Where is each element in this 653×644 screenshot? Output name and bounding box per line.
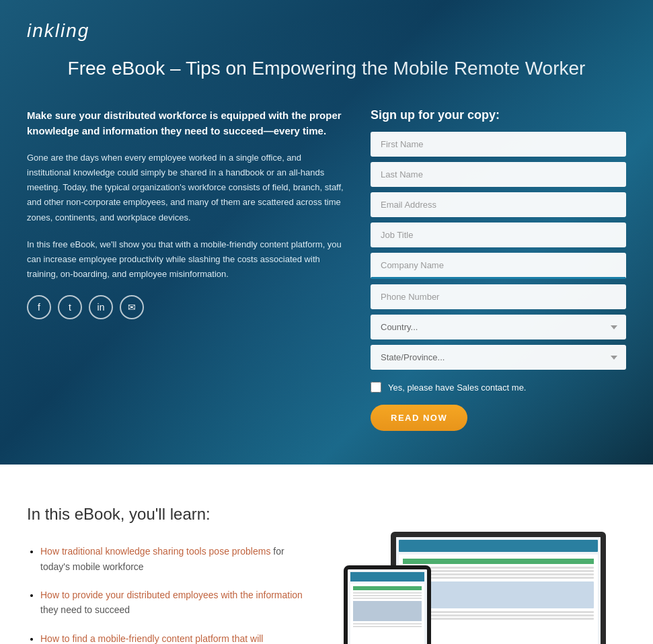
signup-form-container: Sign up for your copy: Country... State/… bbox=[371, 108, 626, 431]
email-input[interactable] bbox=[371, 192, 626, 217]
first-name-input[interactable] bbox=[371, 132, 626, 157]
logo: inkling bbox=[27, 20, 626, 42]
list-item: How traditional knowledge sharing tools … bbox=[40, 544, 303, 574]
country-select[interactable]: Country... bbox=[371, 315, 626, 339]
email-icon[interactable]: ✉ bbox=[120, 295, 144, 319]
facebook-icon[interactable]: f bbox=[27, 295, 51, 319]
linkedin-icon[interactable]: in bbox=[89, 295, 113, 319]
page-title: Free eBook – Tips on Empowering the Mobi… bbox=[27, 55, 626, 81]
lower-section: In this eBook, you'll learn: How traditi… bbox=[0, 465, 653, 644]
body-text-1: Gone are the days when every employee wo… bbox=[27, 151, 344, 225]
twitter-icon[interactable]: t bbox=[58, 295, 82, 319]
learn-title: In this eBook, you'll learn: bbox=[27, 505, 303, 524]
sales-contact-row: Yes, please have Sales contact me. bbox=[371, 382, 626, 393]
tablet-device bbox=[344, 565, 431, 644]
device-mockup bbox=[344, 505, 626, 644]
company-name-input[interactable] bbox=[371, 253, 626, 279]
list-item-link-2[interactable]: How to provide your distributed employee… bbox=[40, 590, 303, 600]
hero-section: inkling Free eBook – Tips on Empowering … bbox=[0, 0, 653, 465]
state-select[interactable]: State/Province... bbox=[371, 345, 626, 370]
social-icons-row: f t in ✉ bbox=[27, 295, 344, 319]
list-item-text-2: they need to succeed bbox=[40, 604, 130, 615]
form-title: Sign up for your copy: bbox=[371, 108, 626, 122]
read-now-button[interactable]: READ NOW bbox=[371, 405, 467, 431]
list-item: How to find a mobile-friendly content pl… bbox=[40, 631, 303, 644]
learn-left-column: In this eBook, you'll learn: How traditi… bbox=[27, 505, 303, 644]
phone-number-input[interactable] bbox=[371, 284, 626, 309]
lead-text: Make sure your distributed workforce is … bbox=[27, 108, 344, 138]
list-item: How to provide your distributed employee… bbox=[40, 588, 303, 618]
learn-list: How traditional knowledge sharing tools … bbox=[27, 544, 303, 644]
sales-contact-label: Yes, please have Sales contact me. bbox=[388, 383, 526, 393]
job-title-input[interactable] bbox=[371, 223, 626, 247]
hero-left-column: Make sure your distributed workforce is … bbox=[27, 108, 344, 319]
last-name-input[interactable] bbox=[371, 162, 626, 187]
list-item-link-3[interactable]: How to find a mobile-friendly content pl… bbox=[40, 633, 263, 644]
sales-contact-checkbox[interactable] bbox=[371, 382, 381, 393]
body-text-2: In this free eBook, we'll show you that … bbox=[27, 237, 344, 282]
list-item-link-1[interactable]: How traditional knowledge sharing tools … bbox=[40, 546, 270, 557]
